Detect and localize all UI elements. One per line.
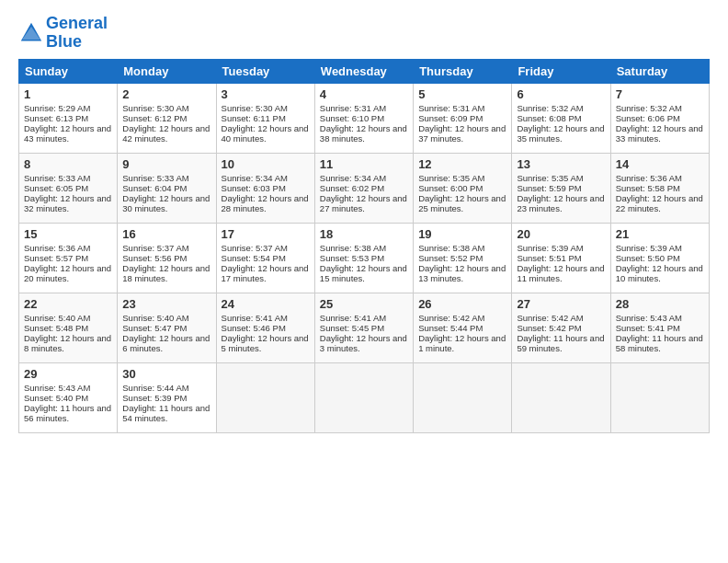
daylight-text: Daylight: 12 hours and 33 minutes.	[616, 123, 703, 144]
sunset-text: Sunset: 6:03 PM	[222, 183, 286, 193]
sunrise-text: Sunrise: 5:41 AM	[320, 313, 386, 323]
sunset-text: Sunset: 5:40 PM	[24, 393, 88, 403]
header-wednesday: Wednesday	[314, 59, 413, 83]
sunrise-text: Sunrise: 5:41 AM	[222, 313, 288, 323]
calendar-cell	[512, 362, 610, 432]
calendar-cell: 17 Sunrise: 5:37 AM Sunset: 5:54 PM Dayl…	[216, 223, 314, 293]
daylight-text: Daylight: 12 hours and 43 minutes.	[24, 123, 111, 144]
sunrise-text: Sunrise: 5:36 AM	[24, 243, 90, 253]
day-number: 12	[418, 157, 506, 171]
calendar-cell	[610, 362, 709, 432]
day-number: 11	[320, 157, 408, 171]
page: General Blue SundayMondayTuesdayWednesda…	[0, 0, 728, 442]
daylight-text: Daylight: 12 hours and 10 minutes.	[616, 263, 703, 283]
calendar-cell: 7 Sunrise: 5:32 AM Sunset: 6:06 PM Dayli…	[610, 83, 709, 153]
logo-text: General Blue	[46, 15, 108, 52]
sunrise-text: Sunrise: 5:39 AM	[616, 243, 682, 253]
sunset-text: Sunset: 5:52 PM	[418, 253, 483, 263]
sunset-text: Sunset: 5:39 PM	[122, 393, 187, 403]
logo-icon	[18, 20, 44, 46]
day-number: 17	[222, 227, 310, 241]
day-number: 8	[24, 157, 112, 171]
daylight-text: Daylight: 12 hours and 3 minutes.	[320, 333, 407, 353]
calendar-cell: 25 Sunrise: 5:41 AM Sunset: 5:45 PM Dayl…	[314, 293, 413, 362]
sunset-text: Sunset: 5:46 PM	[222, 323, 286, 333]
calendar-cell: 1 Sunrise: 5:29 AM Sunset: 6:13 PM Dayli…	[19, 83, 118, 153]
header-tuesday: Tuesday	[216, 59, 314, 83]
calendar-cell	[414, 362, 512, 432]
daylight-text: Daylight: 12 hours and 1 minute.	[418, 333, 506, 353]
sunrise-text: Sunrise: 5:30 AM	[122, 103, 188, 113]
sunrise-text: Sunrise: 5:40 AM	[122, 313, 188, 323]
sunset-text: Sunset: 6:12 PM	[122, 113, 187, 123]
daylight-text: Daylight: 12 hours and 28 minutes.	[222, 193, 309, 213]
daylight-text: Daylight: 12 hours and 40 minutes.	[222, 123, 309, 144]
calendar-cell: 3 Sunrise: 5:30 AM Sunset: 6:11 PM Dayli…	[216, 83, 314, 153]
sunset-text: Sunset: 6:06 PM	[616, 113, 680, 123]
calendar-cell: 8 Sunrise: 5:33 AM Sunset: 6:05 PM Dayli…	[19, 153, 118, 223]
sunset-text: Sunset: 5:50 PM	[616, 253, 680, 263]
sunset-text: Sunset: 5:58 PM	[616, 183, 680, 193]
day-number: 5	[418, 87, 506, 101]
daylight-text: Daylight: 12 hours and 11 minutes.	[517, 263, 604, 283]
day-number: 15	[24, 227, 112, 241]
sunrise-text: Sunrise: 5:37 AM	[122, 243, 188, 253]
sunrise-text: Sunrise: 5:29 AM	[24, 103, 90, 113]
sunrise-text: Sunrise: 5:43 AM	[24, 383, 90, 393]
day-number: 20	[517, 227, 605, 241]
calendar-cell: 12 Sunrise: 5:35 AM Sunset: 6:00 PM Dayl…	[414, 153, 512, 223]
daylight-text: Daylight: 12 hours and 25 minutes.	[418, 193, 506, 213]
sunrise-text: Sunrise: 5:34 AM	[222, 173, 288, 183]
sunset-text: Sunset: 6:08 PM	[517, 113, 581, 123]
daylight-text: Daylight: 12 hours and 8 minutes.	[24, 333, 111, 353]
day-number: 7	[616, 87, 704, 101]
day-number: 29	[24, 367, 112, 381]
day-number: 4	[320, 87, 408, 101]
sunset-text: Sunset: 5:54 PM	[222, 253, 286, 263]
day-number: 23	[122, 297, 210, 311]
calendar-cell: 6 Sunrise: 5:32 AM Sunset: 6:08 PM Dayli…	[512, 83, 610, 153]
daylight-text: Daylight: 11 hours and 54 minutes.	[122, 403, 210, 423]
sunset-text: Sunset: 6:00 PM	[418, 183, 483, 193]
daylight-text: Daylight: 12 hours and 15 minutes.	[320, 263, 407, 283]
sunset-text: Sunset: 5:41 PM	[616, 323, 680, 333]
sunrise-text: Sunrise: 5:42 AM	[418, 313, 484, 323]
daylight-text: Daylight: 12 hours and 27 minutes.	[320, 193, 407, 213]
sunset-text: Sunset: 5:48 PM	[24, 323, 88, 333]
sunset-text: Sunset: 5:56 PM	[122, 253, 187, 263]
sunrise-text: Sunrise: 5:33 AM	[122, 173, 188, 183]
day-number: 3	[222, 87, 310, 101]
sunrise-text: Sunrise: 5:38 AM	[320, 243, 386, 253]
day-number: 26	[418, 297, 506, 311]
daylight-text: Daylight: 12 hours and 38 minutes.	[320, 123, 407, 144]
daylight-text: Daylight: 11 hours and 56 minutes.	[24, 403, 111, 423]
calendar-table: SundayMondayTuesdayWednesdayThursdayFrid…	[18, 59, 710, 433]
daylight-text: Daylight: 12 hours and 42 minutes.	[122, 123, 210, 144]
week-row-5: 29 Sunrise: 5:43 AM Sunset: 5:40 PM Dayl…	[19, 362, 710, 432]
daylight-text: Daylight: 12 hours and 37 minutes.	[418, 123, 506, 144]
logo-general: General	[46, 14, 108, 32]
daylight-text: Daylight: 11 hours and 58 minutes.	[616, 333, 703, 353]
daylight-text: Daylight: 12 hours and 13 minutes.	[418, 263, 506, 283]
daylight-text: Daylight: 12 hours and 5 minutes.	[222, 333, 309, 353]
calendar-header-row: SundayMondayTuesdayWednesdayThursdayFrid…	[19, 59, 710, 83]
header-saturday: Saturday	[610, 59, 709, 83]
day-number: 1	[24, 87, 112, 101]
sunrise-text: Sunrise: 5:33 AM	[24, 173, 90, 183]
day-number: 10	[222, 157, 310, 171]
calendar-cell: 5 Sunrise: 5:31 AM Sunset: 6:09 PM Dayli…	[414, 83, 512, 153]
sunset-text: Sunset: 6:05 PM	[24, 183, 88, 193]
sunrise-text: Sunrise: 5:32 AM	[517, 103, 583, 113]
header-thursday: Thursday	[414, 59, 512, 83]
daylight-text: Daylight: 12 hours and 23 minutes.	[517, 193, 604, 213]
calendar-cell: 19 Sunrise: 5:38 AM Sunset: 5:52 PM Dayl…	[414, 223, 512, 293]
sunrise-text: Sunrise: 5:32 AM	[616, 103, 682, 113]
header-monday: Monday	[118, 59, 216, 83]
day-number: 13	[517, 157, 605, 171]
header-sunday: Sunday	[19, 59, 118, 83]
sunset-text: Sunset: 6:11 PM	[222, 113, 286, 123]
day-number: 14	[616, 157, 704, 171]
calendar-cell: 15 Sunrise: 5:36 AM Sunset: 5:57 PM Dayl…	[19, 223, 118, 293]
calendar-cell: 23 Sunrise: 5:40 AM Sunset: 5:47 PM Dayl…	[118, 293, 216, 362]
sunset-text: Sunset: 6:04 PM	[122, 183, 187, 193]
